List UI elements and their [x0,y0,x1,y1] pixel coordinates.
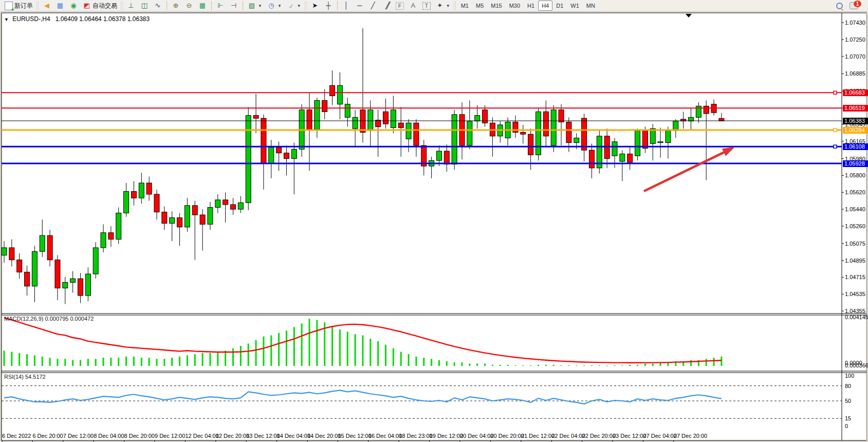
zoom-in-button[interactable]: ⊕ [169,1,182,11]
timeframe-button-m15[interactable]: M15 [487,1,505,11]
cursor-icon: ➤ [311,2,319,10]
toolbar-grip [305,1,307,10]
auto-trading-button[interactable]: ◩ 自动交易 [80,1,120,11]
candle-15 [116,213,121,239]
trendline-icon: ╱ [369,2,377,10]
trendline-button[interactable]: ╱ [366,1,380,11]
time-label: 16 Dec 04:00 [368,433,402,439]
new-order-button[interactable]: + 新订单 [2,1,35,11]
candle-chart-button[interactable]: ◫ [138,1,151,11]
text-button[interactable]: A [407,1,420,11]
timeframe-button-m5[interactable]: M5 [472,1,487,11]
macd-axis-max: 0.004145 [845,314,868,320]
hline-handle[interactable] [834,128,837,132]
line-chart-icon: ∿ [154,2,162,10]
timeframe-button-h1[interactable]: H1 [524,1,538,11]
candle-86 [658,142,663,143]
dropdown-arrow-icon: ▼ [446,4,450,8]
time-label: 7 Dec 12:00 [63,433,94,439]
search-button[interactable] [834,1,847,11]
vertical-line-button[interactable]: │ [340,1,353,11]
horizontal-line-button[interactable]: ─ [353,1,366,11]
hline-handle[interactable] [834,145,837,148]
chart-symbol-period: EURUSD-,H4 [12,15,50,23]
timeframe-button-w1[interactable]: W1 [567,1,583,11]
candle-70 [536,112,541,155]
equidistant-channel-icon: ╱╱ [382,2,391,10]
time-label: 14 Dec 20:00 [307,433,341,439]
auto-scroll-icon: ⊩ [216,2,225,10]
candle-34 [261,118,266,163]
price-level-box-1.05928: 1.05928 [843,160,868,167]
candle-9 [70,279,76,282]
horizontal-line-icon: ─ [356,2,364,10]
chart-collapse-arrow-icon[interactable]: ▼ [4,17,9,22]
timeframe-button-mn[interactable]: MN [583,1,599,11]
hline-handle[interactable] [834,91,837,94]
signals-button[interactable]: ◉ [67,1,80,11]
candle-73 [559,110,564,122]
rsi-axis-80: 80 [845,383,851,389]
timeframe-button-m30[interactable]: M30 [506,1,524,11]
auto-trading-label: 自动交易 [93,2,117,10]
price-tick-label: 1.05620 [845,189,865,195]
price-tick-label: 1.07250 [845,36,865,43]
line-chart-button[interactable]: ∿ [151,1,164,11]
channel-button[interactable]: ╱╱ [380,1,393,11]
tile-windows-button[interactable]: ▦ [196,1,209,11]
time-label: 13 Dec 12:00 [246,433,280,439]
candle-62 [475,116,480,121]
candle-84 [642,131,648,149]
new-chart-dropdown[interactable]: ▧▼ [245,1,265,11]
bar-chart-button[interactable]: ⊥ [124,1,138,11]
auto-scroll-button[interactable]: ⊩ [214,1,227,11]
candle-25 [192,206,197,215]
candle-50 [383,112,389,124]
price-level-box-1.06284: 1.06284 [843,127,868,134]
candle-38 [291,149,297,158]
timeframe-button-d1[interactable]: D1 [552,1,567,11]
period-dropdown[interactable]: ◷▼ [265,1,284,11]
announcement-button[interactable]: ◀ [40,1,53,11]
price-level-box-1.06383: 1.06383 [843,118,868,124]
chart-shift-button[interactable]: ⊣ [227,1,241,11]
price-level-box-1.06108: 1.06108 [843,143,868,150]
price-tick-label: 1.07430 [845,20,865,26]
time-label: 23 Dec 12:00 [613,433,646,439]
candle-13 [101,233,106,248]
candle-21 [162,212,167,224]
candle-6 [47,235,52,260]
text-icon: A [409,2,417,10]
chat-bubble-icon: 1 [849,2,858,9]
timeframe-button-m1[interactable]: M1 [457,1,472,11]
chart-background [2,13,866,440]
zoom-out-icon: ⊖ [185,2,193,10]
candle-3 [25,272,30,286]
indicators-dropdown[interactable]: ⍻▼ [284,1,304,11]
candle-94 [719,118,724,121]
crosshair-button[interactable]: ┼ [322,1,335,11]
notifications-button[interactable]: 1 [847,1,861,11]
price-tick-label: 1.07070 [845,53,865,60]
arrows-dropdown[interactable]: ✦▼ [433,1,453,11]
cursor-button[interactable]: ➤ [308,1,322,11]
chart-canvas[interactable] [0,12,868,442]
zoom-out-button[interactable]: ⊖ [182,1,196,11]
time-label: 20 Dec 04:00 [460,433,493,439]
text-label-button[interactable]: T [420,1,433,11]
candle-81 [620,154,625,161]
auto-trading-icon: ◩ [83,2,91,10]
price-tick-label: 1.05260 [845,223,865,229]
candle-83 [635,131,640,156]
mt4-window: + 新订单 ◀ ▦ ◉ ◩ 自动交易 ⊥ ◫ ∿ ⊕ ⊖ ▦ ⊩ ⊣ ▧▼ ◷▼… [0,0,868,442]
candle-49 [376,120,381,127]
market-watch-button[interactable]: ▦ [53,1,67,11]
time-label: 6 Dec 2022 [2,433,31,439]
new-order-icon: + [5,2,13,10]
candle-27 [208,207,213,224]
candle-77 [589,150,594,168]
candle-57 [436,151,441,160]
chart-ohlc-readout: 1.06409 1.06464 1.06378 1.06383 [56,15,150,23]
timeframe-button-h4[interactable]: H4 [538,1,552,11]
fibonacci-button[interactable]: F [393,1,407,11]
